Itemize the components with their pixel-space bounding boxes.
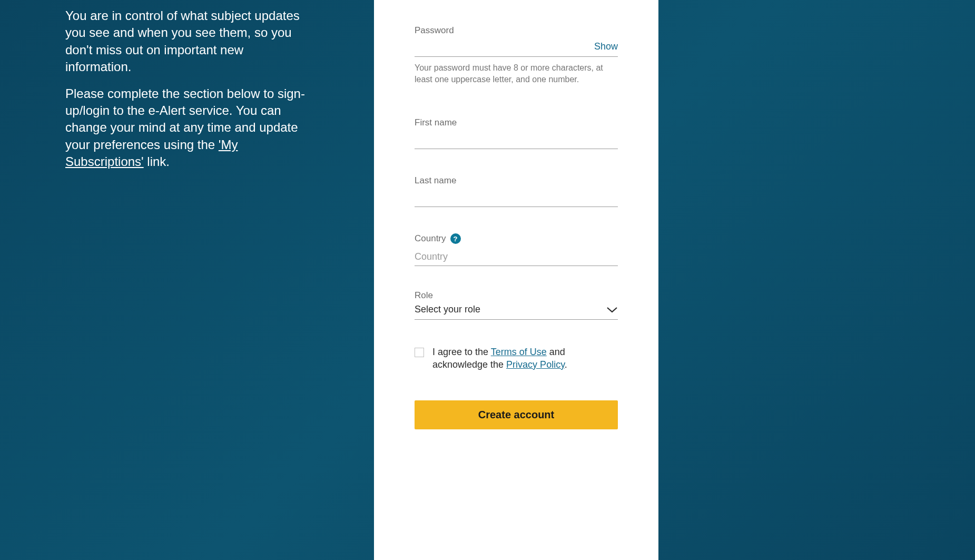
role-select[interactable]: Select your role bbox=[415, 304, 618, 320]
first-name-group: First name bbox=[415, 117, 618, 149]
role-group: Role Select your role bbox=[415, 290, 618, 320]
password-group: Password Show Your password must have 8 … bbox=[415, 25, 618, 85]
chevron-down-icon bbox=[606, 306, 618, 313]
agree-label: I agree to the Terms of Use and acknowle… bbox=[432, 346, 618, 371]
first-name-input[interactable] bbox=[415, 131, 618, 149]
info-panel: You are in control of what subject updat… bbox=[0, 0, 374, 560]
signup-form: Password Show Your password must have 8 … bbox=[374, 0, 658, 450]
help-icon[interactable]: ? bbox=[450, 233, 461, 244]
info-paragraph-2-prefix: Please complete the section below to sig… bbox=[65, 86, 305, 152]
form-panel: Password Show Your password must have 8 … bbox=[374, 0, 658, 560]
last-name-group: Last name bbox=[415, 175, 618, 207]
agree-suffix: . bbox=[565, 359, 567, 370]
last-name-input[interactable] bbox=[415, 189, 618, 207]
first-name-label: First name bbox=[415, 117, 618, 128]
country-group: Country ? bbox=[415, 233, 618, 266]
password-input[interactable] bbox=[415, 39, 594, 56]
agree-row: I agree to the Terms of Use and acknowle… bbox=[415, 346, 618, 371]
country-label-row: Country ? bbox=[415, 233, 618, 244]
agree-prefix: I agree to the bbox=[432, 347, 491, 357]
info-paragraph-1: You are in control of what subject updat… bbox=[65, 7, 311, 76]
info-paragraph-2-suffix: link. bbox=[144, 154, 170, 169]
agree-checkbox[interactable] bbox=[415, 348, 424, 357]
role-select-value: Select your role bbox=[415, 304, 480, 315]
last-name-label: Last name bbox=[415, 175, 618, 186]
terms-of-use-link[interactable]: Terms of Use bbox=[491, 347, 547, 357]
info-paragraph-2: Please complete the section below to sig… bbox=[65, 85, 311, 171]
first-name-input-row bbox=[415, 131, 618, 149]
password-label: Password bbox=[415, 25, 618, 36]
country-input-row bbox=[415, 248, 618, 266]
country-label: Country bbox=[415, 233, 446, 244]
country-input[interactable] bbox=[415, 248, 618, 266]
password-input-row: Show bbox=[415, 39, 618, 57]
show-password-toggle[interactable]: Show bbox=[594, 41, 618, 54]
create-account-button[interactable]: Create account bbox=[415, 400, 618, 429]
role-label: Role bbox=[415, 290, 618, 301]
password-hint: Your password must have 8 or more charac… bbox=[415, 62, 618, 85]
privacy-policy-link[interactable]: Privacy Policy bbox=[506, 359, 565, 370]
last-name-input-row bbox=[415, 189, 618, 207]
